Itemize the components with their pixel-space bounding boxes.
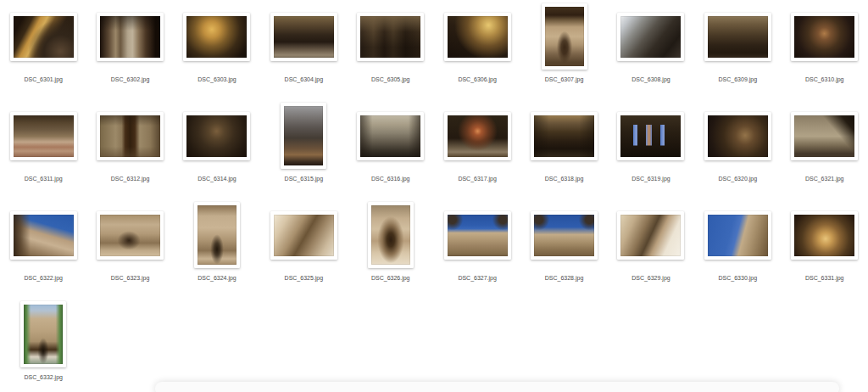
photo-image <box>448 215 508 256</box>
photo-image <box>794 16 854 58</box>
photo-item: DSC_6323.jpg <box>86 199 173 298</box>
photo-item: DSC_6310.jpg <box>782 0 868 99</box>
photo-thumbnail[interactable] <box>270 13 337 61</box>
photo-thumbnail[interactable] <box>97 13 164 61</box>
thumbnail-zone <box>183 0 250 73</box>
photo-item: DSC_6332.jpg <box>0 298 86 392</box>
photo-item: DSC_6330.jpg <box>694 199 781 298</box>
photo-thumbnail[interactable] <box>704 13 771 61</box>
photo-image <box>448 16 508 58</box>
photo-thumbnail[interactable] <box>281 103 326 169</box>
photo-thumbnail[interactable] <box>617 211 684 260</box>
photo-filename: DSC_6330.jpg <box>719 274 758 282</box>
thumbnail-zone <box>10 99 77 172</box>
photo-filename: DSC_6315.jpg <box>285 175 324 182</box>
photo-thumbnail[interactable] <box>531 211 598 260</box>
thumbnail-zone <box>357 0 424 73</box>
photo-thumbnail[interactable] <box>183 13 250 61</box>
thumbnail-zone <box>444 99 511 172</box>
photo-thumbnail[interactable] <box>791 211 858 260</box>
thumbnail-zone <box>97 199 164 272</box>
photo-thumbnail[interactable] <box>542 3 587 70</box>
photo-thumbnail[interactable] <box>444 112 511 160</box>
photo-item: DSC_6322.jpg <box>0 199 86 298</box>
photo-item: DSC_6305.jpg <box>348 0 434 99</box>
thumbnail-zone <box>617 99 684 172</box>
photo-thumbnail[interactable] <box>617 112 684 160</box>
photo-filename: DSC_6310.jpg <box>805 76 844 83</box>
photo-image <box>198 205 236 265</box>
photo-image <box>100 16 160 58</box>
photo-item: DSC_6304.jpg <box>260 0 347 99</box>
photo-filename: DSC_6307.jpg <box>545 76 584 83</box>
photo-item: DSC_6320.jpg <box>694 99 781 199</box>
photo-filename: DSC_6328.jpg <box>545 274 584 282</box>
photo-item: DSC_6321.jpg <box>782 99 868 199</box>
photo-thumbnail[interactable] <box>10 13 77 61</box>
photo-image <box>100 115 160 157</box>
thumbnail-zone <box>791 199 858 272</box>
thumbnail-zone <box>704 0 771 73</box>
photo-filename: DSC_6320.jpg <box>719 175 758 182</box>
photo-image <box>360 16 420 58</box>
photo-image <box>14 115 74 157</box>
photo-image <box>448 115 508 157</box>
photo-thumbnail[interactable] <box>704 211 771 260</box>
photo-thumbnail[interactable] <box>97 112 164 160</box>
thumbnail-zone <box>704 199 771 272</box>
photo-thumbnail[interactable] <box>357 13 424 61</box>
photo-thumbnail[interactable] <box>270 211 337 260</box>
thumbnail-zone <box>542 0 587 73</box>
photo-item: DSC_6301.jpg <box>0 0 86 99</box>
photo-filename: DSC_6318.jpg <box>545 175 584 182</box>
photo-image <box>620 16 681 58</box>
photo-thumbnail[interactable] <box>10 211 77 260</box>
photo-image <box>794 115 854 157</box>
photo-item: DSC_6312.jpg <box>86 99 173 199</box>
photo-image <box>708 115 768 157</box>
photo-thumbnail[interactable] <box>617 13 684 61</box>
photo-image <box>14 215 74 256</box>
thumbnail-zone <box>270 0 337 73</box>
thumbnail-zone <box>281 99 326 172</box>
photo-filename: DSC_6331.jpg <box>805 274 844 282</box>
photo-item: DSC_6302.jpg <box>86 0 173 99</box>
photo-thumbnail[interactable] <box>194 202 240 268</box>
photo-filename: DSC_6302.jpg <box>111 76 150 83</box>
photo-image <box>545 7 584 66</box>
photo-image <box>620 115 681 157</box>
photo-filename: DSC_6323.jpg <box>111 274 150 282</box>
photo-image <box>534 215 594 256</box>
photo-thumbnail[interactable] <box>704 112 771 160</box>
photo-filename: DSC_6311.jpg <box>25 175 63 182</box>
photo-thumbnail[interactable] <box>368 202 414 268</box>
photo-item: DSC_6319.jpg <box>608 99 694 199</box>
photo-item: DSC_6331.jpg <box>782 199 868 298</box>
photo-filename: DSC_6324.jpg <box>198 274 236 282</box>
photo-thumbnail[interactable] <box>97 211 164 260</box>
photo-thumbnail[interactable] <box>444 13 511 61</box>
thumbnail-zone <box>183 99 250 172</box>
photo-thumbnail[interactable] <box>10 112 77 160</box>
photo-filename: DSC_6327.jpg <box>458 274 497 282</box>
thumbnail-zone <box>97 0 164 73</box>
photo-filename: DSC_6303.jpg <box>198 76 236 83</box>
photo-item: DSC_6327.jpg <box>434 199 520 298</box>
photo-thumbnail[interactable] <box>444 211 511 260</box>
photo-item: DSC_6307.jpg <box>520 0 607 99</box>
photo-thumbnail[interactable] <box>791 13 858 61</box>
photo-thumbnail[interactable] <box>20 301 66 367</box>
photo-grid: DSC_6301.jpg DSC_6302.jpg DSC_6303.jpg D… <box>0 0 868 392</box>
photo-image <box>534 115 594 157</box>
photo-item: DSC_6309.jpg <box>694 0 781 99</box>
photo-image <box>186 16 247 58</box>
photo-filename: DSC_6314.jpg <box>198 175 236 182</box>
photo-thumbnail[interactable] <box>791 112 858 160</box>
photo-thumbnail[interactable] <box>531 112 598 160</box>
photo-thumbnail[interactable] <box>183 112 250 160</box>
thumbnail-zone <box>791 0 858 73</box>
photo-thumbnail[interactable] <box>357 112 424 160</box>
thumbnail-zone <box>791 99 858 172</box>
photo-item: DSC_6308.jpg <box>608 0 694 99</box>
thumbnail-zone <box>270 199 337 272</box>
